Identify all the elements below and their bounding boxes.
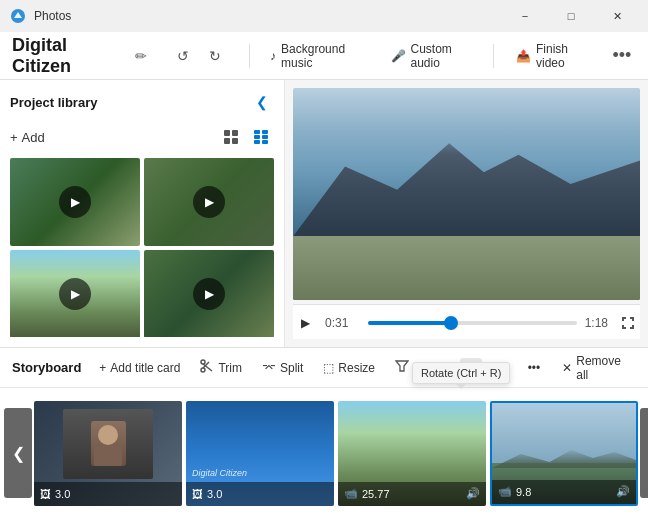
play-overlay: ▶ — [193, 186, 225, 218]
custom-audio-button[interactable]: 🎤 Custom audio — [383, 38, 482, 74]
tooltip-text: Rotate (Ctrl + R) — [421, 367, 501, 379]
clip-2-watermark: Digital Citizen — [192, 468, 247, 478]
add-title-icon: + — [99, 361, 106, 375]
svg-point-11 — [201, 360, 205, 364]
panel-title: Project library — [10, 95, 97, 110]
trim-button[interactable]: Trim — [194, 356, 248, 379]
main-toolbar: Digital Citizen ✏ ↺ ↻ ♪ Background music… — [0, 32, 648, 80]
background-music-label: Background music — [281, 42, 366, 70]
remove-all-button[interactable]: ✕ Remove all — [562, 354, 636, 382]
clip-2-info: 🖼 3.0 — [186, 482, 334, 506]
media-item[interactable]: ▶ — [10, 158, 140, 246]
split-button[interactable]: ⌤ Split — [256, 358, 309, 378]
collapse-panel-button[interactable]: ❮ — [250, 90, 274, 114]
panel-actions: + Add — [10, 124, 274, 150]
fullscreen-button[interactable] — [616, 311, 640, 335]
clip-type-icon: 📹 — [498, 485, 512, 498]
svg-rect-8 — [262, 135, 268, 139]
clip-3[interactable]: 📹 25.77 🔊 — [338, 401, 486, 506]
filters-icon — [395, 359, 409, 376]
undo-button[interactable]: ↺ — [169, 42, 197, 70]
clip-4-info: 📹 9.8 🔊 — [492, 480, 636, 504]
view-toggle — [218, 124, 274, 150]
svg-rect-1 — [224, 130, 230, 136]
media-item[interactable]: ▶ — [144, 250, 274, 337]
media-grid: ▶ ▶ ▶ ▶ — [10, 158, 274, 337]
toolbar-divider-1 — [249, 44, 250, 68]
media-item[interactable]: ▶ — [10, 250, 140, 337]
list-view-button[interactable] — [248, 124, 274, 150]
clip-2[interactable]: Digital Citizen 🖼 3.0 — [186, 401, 334, 506]
svg-rect-6 — [262, 130, 268, 134]
add-title-label: Add title card — [110, 361, 180, 375]
play-overlay: ▶ — [59, 278, 91, 310]
progress-fill — [368, 321, 451, 325]
resize-label: Resize — [338, 361, 375, 375]
trim-label: Trim — [218, 361, 242, 375]
current-time: 0:31 — [325, 316, 360, 330]
clip-duration: 9.8 — [516, 486, 612, 498]
clip-1[interactable]: 🖼 3.0 — [34, 401, 182, 506]
svg-rect-7 — [254, 135, 260, 139]
app-icon — [8, 6, 28, 26]
add-media-button[interactable]: + Add — [10, 130, 45, 145]
preview-panel: ▶ 0:31 1:18 — [285, 80, 648, 347]
rotate-tooltip: Rotate (Ctrl + R) — [412, 362, 510, 384]
grid-view-button[interactable] — [218, 124, 244, 150]
resize-button[interactable]: ⬚ Resize — [317, 358, 381, 378]
finish-video-button[interactable]: 📤 Finish video — [506, 36, 600, 76]
storyboard-header: Storyboard + Add title card Trim ⌤ — [0, 348, 648, 388]
minimize-button[interactable]: − — [502, 0, 548, 32]
svg-rect-9 — [254, 140, 260, 144]
app-title: Photos — [34, 9, 502, 23]
clip-duration: 3.0 — [207, 488, 328, 500]
svg-rect-2 — [232, 130, 238, 136]
storyboard-more-button[interactable]: ••• — [522, 358, 547, 378]
panel-header: Project library ❮ — [10, 90, 274, 114]
trim-icon — [200, 359, 214, 376]
end-time: 1:18 — [585, 316, 608, 330]
window-controls: − □ ✕ — [502, 0, 640, 32]
main-content: Project library ❮ + Add — [0, 80, 648, 347]
storyboard-section: Storyboard + Add title card Trim ⌤ — [0, 347, 648, 517]
audio-icon: 🎤 — [391, 49, 406, 63]
audio-icon: 🔊 — [616, 485, 630, 498]
play-button[interactable]: ▶ — [293, 311, 317, 335]
clip-3-info: 📹 25.77 🔊 — [338, 482, 486, 506]
video-preview — [293, 88, 640, 300]
edit-name-button[interactable]: ✏ — [129, 42, 154, 70]
clip-4[interactable]: 📹 9.8 🔊 — [490, 401, 638, 506]
svg-rect-5 — [254, 130, 260, 134]
add-icon: + — [10, 130, 18, 145]
playback-controls: ▶ 0:31 1:18 — [293, 304, 640, 339]
svg-rect-3 — [224, 138, 230, 144]
clip-type-icon: 📹 — [344, 487, 358, 500]
resize-icon: ⬚ — [323, 361, 334, 375]
clips-nav-right[interactable]: ❯ — [640, 408, 648, 498]
progress-bar[interactable] — [368, 321, 577, 325]
add-title-card-button[interactable]: + Add title card — [93, 358, 186, 378]
media-item[interactable]: ▶ — [144, 158, 274, 246]
clips-nav-left[interactable]: ❮ — [4, 408, 32, 498]
audio-icon: 🔊 — [466, 487, 480, 500]
storyboard-label: Storyboard — [12, 360, 81, 375]
close-button[interactable]: ✕ — [594, 0, 640, 32]
clip-duration: 25.77 — [362, 488, 462, 500]
play-overlay: ▶ — [59, 186, 91, 218]
split-label: Split — [280, 361, 303, 375]
svg-marker-15 — [396, 361, 408, 371]
project-name: Digital Citizen — [12, 35, 117, 77]
redo-button[interactable]: ↻ — [201, 42, 229, 70]
project-library-panel: Project library ❮ + Add — [0, 80, 285, 347]
remove-all-label: Remove all — [576, 354, 636, 382]
svg-rect-4 — [232, 138, 238, 144]
svg-rect-10 — [262, 140, 268, 144]
undo-redo-group: ↺ ↻ — [169, 42, 229, 70]
background-music-button[interactable]: ♪ Background music — [262, 38, 374, 74]
progress-thumb[interactable] — [444, 316, 458, 330]
clip-1-content — [63, 409, 153, 479]
music-icon: ♪ — [270, 49, 276, 63]
maximize-button[interactable]: □ — [548, 0, 594, 32]
play-overlay: ▶ — [193, 278, 225, 310]
more-options-button[interactable]: ••• — [608, 40, 636, 72]
